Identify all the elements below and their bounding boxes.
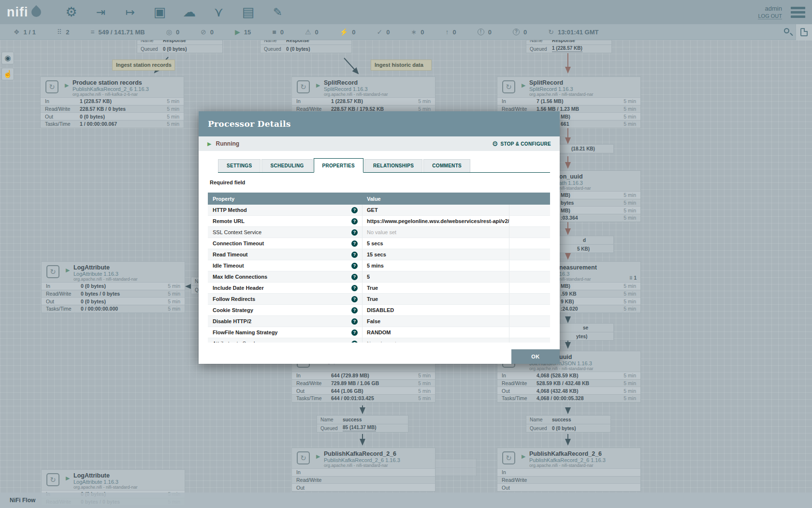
table-row-partial: Attributes to Send No value set	[208, 338, 550, 343]
stop-and-configure-button[interactable]: STOP & CONFIGURE	[492, 140, 551, 148]
processor-bundle: org.apache.nifi - nifi-standard-nar	[324, 463, 435, 468]
nifi-drop-icon	[29, 5, 43, 19]
logout-link[interactable]: LOG OUT	[758, 13, 782, 19]
birdseye-button[interactable]	[796, 24, 812, 40]
help-icon[interactable]	[351, 285, 358, 291]
help-icon[interactable]	[351, 229, 358, 236]
tab-relationships[interactable]: RELATIONSHIPS	[364, 159, 422, 172]
help-icon[interactable]	[351, 341, 358, 343]
not-transmitting-icon	[201, 28, 206, 36]
search-button[interactable]	[781, 24, 796, 40]
funnel-icon[interactable]: ⋎	[211, 4, 227, 20]
tab-properties[interactable]: PROPERTIES	[314, 158, 363, 173]
processor-logattribute-middle[interactable]: LogAttribute LogAttribute 1.16.3 org.apa…	[41, 261, 185, 313]
hand-pointer-button[interactable]: ☝	[1, 68, 14, 80]
help-icon[interactable]	[351, 263, 358, 269]
help-icon[interactable]	[351, 218, 358, 224]
invalid-status: 0	[305, 28, 319, 36]
help-icon[interactable]	[351, 207, 358, 213]
table-row: Connection Timeout 5 secs	[208, 238, 550, 249]
stale-icon	[445, 28, 449, 36]
template-icon[interactable]: ▤	[240, 4, 257, 20]
transmitting-status: 0	[166, 28, 179, 36]
table-row: SSL Context Service No value set	[208, 227, 550, 238]
column-property: Property	[208, 196, 362, 202]
input-port-icon[interactable]: ⇥	[93, 4, 109, 20]
connection-label-success-right[interactable]: Namesuccess Queued0 (0 bytes)	[526, 415, 611, 433]
remote-process-group-icon[interactable]: ☁	[181, 4, 198, 20]
processor-name: LogAttribute	[73, 470, 185, 479]
processor-name: PublishKafkaRecord_2_6	[324, 448, 435, 457]
running-status: 15	[235, 28, 251, 36]
processor-name: LogAttribute	[73, 262, 185, 271]
help-icon[interactable]	[351, 252, 358, 258]
processor-icon[interactable]: ⚙	[63, 4, 80, 20]
help-icon[interactable]	[351, 274, 358, 280]
running-icon	[66, 475, 70, 481]
tab-scheduling[interactable]: SCHEDULING	[261, 159, 312, 172]
help-icon[interactable]	[351, 329, 358, 336]
refresh-status[interactable]: 13:01:41 GMT	[548, 28, 598, 36]
required-field-note: Required field	[210, 179, 245, 185]
processor-icon	[45, 80, 58, 93]
table-header: Property Value	[208, 193, 550, 205]
cluster-status: 1 / 1	[14, 28, 36, 36]
processor-name: PublishKafkaRecord_2_6	[529, 448, 640, 457]
processor-icon	[502, 451, 515, 464]
help-icon[interactable]	[351, 318, 358, 325]
process-group-icon[interactable]: ▣	[152, 4, 168, 20]
refresh-icon[interactable]	[548, 28, 554, 36]
tab-settings[interactable]: SETTINGS	[218, 159, 261, 172]
running-icon	[522, 82, 525, 89]
breadcrumb[interactable]: NiFi Flow	[10, 497, 35, 504]
gear-icon	[492, 140, 498, 148]
ok-button[interactable]: OK	[511, 349, 560, 364]
global-menu-icon[interactable]	[791, 7, 805, 18]
processor-produce-station-records[interactable]: Produce station records PublishKafkaReco…	[40, 76, 184, 128]
tab-comments[interactable]: COMMENTS	[423, 159, 470, 172]
processor-bundle: org.apache.nifi - nifi-standard-nar	[529, 366, 640, 371]
running-icon	[316, 453, 320, 460]
connection-label-success-center[interactable]: Namesuccess Queued85 (141.37 MB)	[317, 415, 408, 433]
status-bar: 1 / 1 2 549 / 141.71 MB 0 0 15 0 0 0 0 0…	[0, 24, 812, 40]
processor-publishkafka-right[interactable]: PublishKafkaRecord_2_6 PublishKafkaRecor…	[497, 448, 641, 492]
locally-modified-icon	[411, 28, 417, 36]
nifi-logo: nifi	[7, 5, 41, 20]
processor-type: PublishKafkaRecord_2_6 1.16.3	[529, 457, 640, 463]
processor-bundle: org.apache.nifi - nifi-standard-nar	[529, 463, 640, 468]
running-icon	[235, 28, 240, 36]
processor-name: SplitRecord	[324, 77, 435, 86]
running-icon	[65, 82, 69, 89]
processor-publishkafka-center[interactable]: PublishKafkaRecord_2_6 PublishKafkaRecor…	[291, 448, 435, 492]
processor-name: SplitRecord	[529, 77, 640, 86]
search-icon	[784, 28, 789, 33]
locally-modified-stale-icon	[478, 29, 484, 35]
table-row: Remote URL https://www.pegelonline.wsv.d…	[208, 216, 550, 227]
table-row: Max Idle Connections 5	[208, 271, 550, 283]
help-icon[interactable]	[351, 307, 358, 314]
thread-count-badge: 1	[629, 275, 637, 281]
sync-failure-icon	[513, 29, 520, 35]
properties-table: Property Value HTTP Method GET Remote UR…	[208, 193, 550, 343]
processor-bundle: org.apache.nifi - nifi-standard-nar	[529, 92, 640, 97]
locally-modified-stale-status: 0	[478, 29, 492, 36]
output-port-icon[interactable]: ↦	[122, 4, 139, 20]
help-icon[interactable]	[351, 240, 358, 247]
record-widget-button[interactable]: ◉	[1, 52, 14, 64]
running-icon	[207, 141, 211, 147]
processor-type: SplitRecord 1.16.3	[529, 86, 640, 92]
processor-icon	[297, 80, 310, 93]
processor-icon	[46, 473, 59, 486]
help-icon[interactable]	[351, 296, 358, 302]
table-row: Cookie Strategy DISABLED	[208, 305, 550, 316]
breadcrumb-bar: NiFi Flow	[0, 493, 812, 508]
flow-label-ingest-historic-data[interactable]: Ingest historic data	[371, 60, 432, 71]
processor-details-dialog: Processor Details Running STOP & CONFIGU…	[199, 111, 560, 364]
processor-icon	[502, 80, 515, 93]
last-refresh-time: 13:01:41 GMT	[558, 29, 599, 36]
label-icon[interactable]: ✎	[270, 4, 286, 20]
nifi-logo-text: nifi	[7, 5, 29, 20]
active-threads-status: 2	[57, 28, 70, 36]
processor-icon	[297, 451, 310, 464]
flow-label-ingest-station-records[interactable]: Ingest station records	[112, 60, 175, 71]
